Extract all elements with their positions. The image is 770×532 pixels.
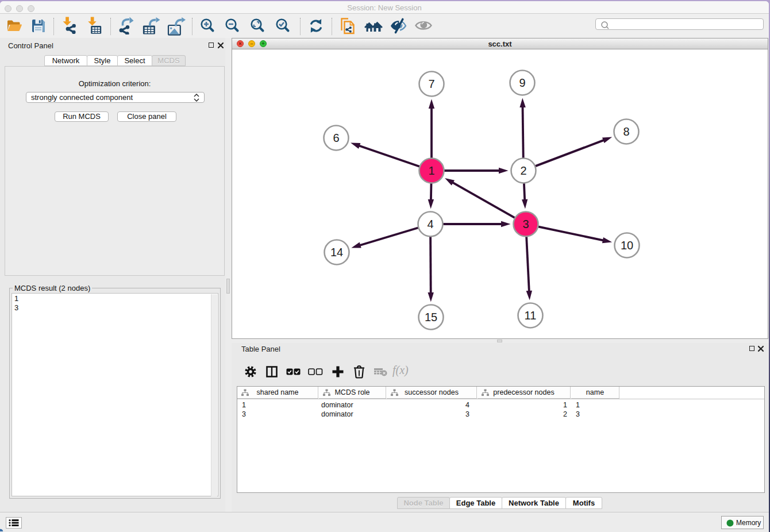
- svg-text:2: 2: [520, 164, 526, 177]
- svg-text:9: 9: [519, 76, 525, 89]
- svg-text:15: 15: [425, 311, 437, 323]
- svg-text:7: 7: [428, 78, 434, 90]
- svg-text:4: 4: [427, 218, 433, 230]
- svg-text:11: 11: [525, 309, 537, 322]
- svg-text:14: 14: [330, 246, 343, 259]
- svg-text:3: 3: [522, 218, 529, 230]
- svg-text:10: 10: [621, 239, 633, 252]
- svg-text:8: 8: [623, 125, 629, 138]
- svg-text:1: 1: [428, 164, 434, 177]
- svg-text:6: 6: [333, 132, 339, 144]
